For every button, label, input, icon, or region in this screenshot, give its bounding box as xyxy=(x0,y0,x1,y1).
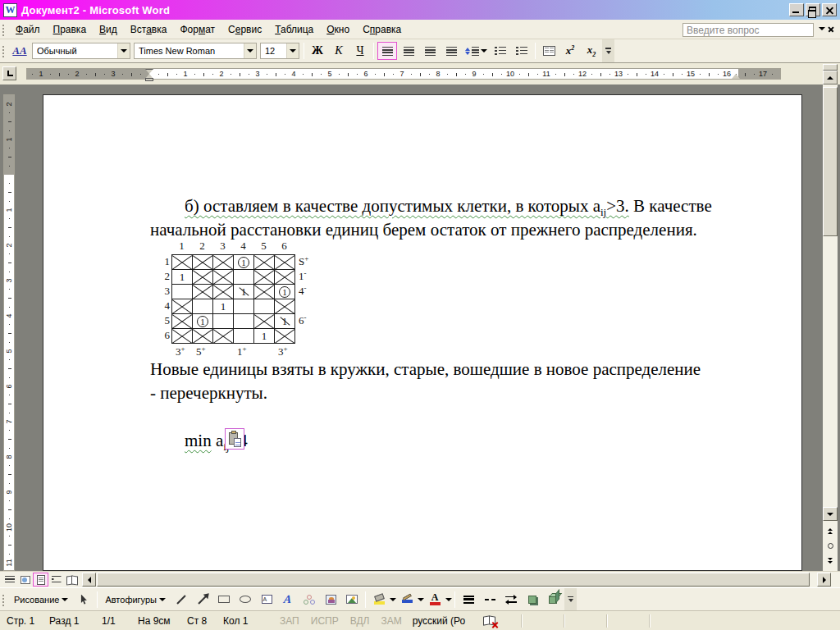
justify-button[interactable] xyxy=(441,42,461,60)
line-style-button[interactable] xyxy=(459,591,478,609)
crossed-cell-icon xyxy=(213,329,233,343)
status-mode-indicator[interactable]: ВДЛ xyxy=(345,615,376,627)
scroll-left-button[interactable] xyxy=(82,573,96,587)
reading-view-button[interactable] xyxy=(64,573,80,587)
autoshapes-menu-button[interactable]: Автофигуры xyxy=(101,591,170,609)
text-box-button[interactable]: А xyxy=(257,591,276,609)
status-mode-indicator[interactable]: ЗАМ xyxy=(375,615,407,627)
question-dropdown-icon[interactable] xyxy=(819,27,825,30)
rectangle-button[interactable] xyxy=(214,591,234,609)
scroll-right-button[interactable] xyxy=(817,573,831,587)
menu-item-window[interactable]: Окно xyxy=(320,21,356,39)
line-spacing-button[interactable] xyxy=(463,42,489,60)
question-close-icon[interactable] xyxy=(826,23,837,35)
fill-color-dropdown-icon[interactable] xyxy=(390,598,396,601)
justify-icon xyxy=(446,47,457,56)
fill-color-button[interactable] xyxy=(369,591,389,609)
previous-page-button[interactable] xyxy=(823,523,838,538)
status-language[interactable]: русский (Ро xyxy=(413,615,466,627)
3d-style-button[interactable] xyxy=(544,591,564,609)
align-left-button[interactable] xyxy=(377,42,397,60)
paste-options-button[interactable] xyxy=(225,428,244,450)
arrow-button[interactable] xyxy=(193,591,212,609)
split-handle[interactable] xyxy=(823,64,838,71)
toolbar-grip[interactable] xyxy=(2,44,6,57)
minimize-button[interactable] xyxy=(789,3,804,16)
ask-question-input[interactable]: Введите вопрос xyxy=(682,23,814,37)
align-center-button[interactable] xyxy=(399,42,418,60)
font-combo[interactable]: Times New Roman xyxy=(134,43,257,59)
grid-figure[interactable]: 12345611S+211-3114-415116-613+5+1+3+ xyxy=(161,240,310,363)
left-tab-icon xyxy=(7,71,13,76)
normal-view-button[interactable] xyxy=(2,573,17,587)
select-objects-button[interactable] xyxy=(74,591,94,609)
draw-menu-button[interactable]: Рисование xyxy=(10,591,72,609)
ruler-tick xyxy=(420,73,421,76)
scroll-down-button[interactable] xyxy=(823,507,838,521)
outline-view-button[interactable] xyxy=(48,573,64,587)
next-page-button[interactable] xyxy=(823,553,838,568)
columns-button[interactable] xyxy=(539,42,559,60)
align-right-button[interactable] xyxy=(420,42,440,60)
style-dropdown-icon[interactable] xyxy=(117,43,130,58)
shadow-style-button[interactable] xyxy=(523,591,542,609)
underline-button[interactable]: Ч xyxy=(350,42,370,60)
scroll-up-button[interactable] xyxy=(823,71,838,84)
menu-item-help[interactable]: Справка xyxy=(356,21,408,39)
status-mode-indicator[interactable]: ИСПР xyxy=(305,615,345,627)
web-layout-view-button[interactable] xyxy=(17,573,33,587)
vertical-scrollbar[interactable] xyxy=(823,71,838,571)
toolbar-options-button[interactable] xyxy=(564,588,577,610)
left-indent-marker[interactable] xyxy=(145,78,153,81)
line-spacing-dropdown-icon[interactable] xyxy=(481,49,487,52)
spelling-status-icon[interactable] xyxy=(483,615,498,627)
oval-button[interactable] xyxy=(235,591,255,609)
vertical-scrollbar-thumb[interactable] xyxy=(823,87,838,236)
word-app-icon[interactable]: W xyxy=(3,3,17,17)
italic-button[interactable]: К xyxy=(329,42,349,60)
subscript-button[interactable]: x2 xyxy=(582,42,601,60)
dash-style-button[interactable] xyxy=(480,591,500,609)
ruler-number: 1 xyxy=(4,135,14,144)
font-size-combo[interactable]: 12 xyxy=(260,43,299,59)
font-color-dropdown-icon[interactable] xyxy=(445,598,452,601)
line-color-button[interactable] xyxy=(397,591,417,609)
horizontal-scrollbar-thumb[interactable] xyxy=(97,573,810,587)
font-dropdown-icon[interactable] xyxy=(244,43,256,58)
bullet-list-button[interactable] xyxy=(512,42,532,60)
grid-cell xyxy=(253,313,275,329)
menu-item-edit[interactable]: Правка xyxy=(47,21,94,39)
tab-selector-button[interactable] xyxy=(2,66,16,80)
restore-button[interactable] xyxy=(806,3,820,16)
diagram-button[interactable] xyxy=(299,591,319,609)
document-page[interactable]: б) оставляем в качестве допустимых клетк… xyxy=(43,94,802,571)
status-mode-indicator[interactable]: ЗАП xyxy=(274,615,305,627)
clip-art-button[interactable] xyxy=(321,591,340,609)
menu-item-insert[interactable]: Вставка xyxy=(124,21,174,39)
toolbar-grip[interactable] xyxy=(2,593,6,606)
menu-item-view[interactable]: Вид xyxy=(93,21,124,39)
styles-and-formatting-button[interactable]: АА xyxy=(10,42,30,60)
numbered-list-button[interactable] xyxy=(491,42,510,60)
menu-item-file[interactable]: Файл xyxy=(9,21,47,39)
ruler-tick xyxy=(772,74,773,75)
print-layout-view-button[interactable] xyxy=(33,573,48,587)
style-combo[interactable]: Обычный xyxy=(32,43,130,59)
font-size-dropdown-icon[interactable] xyxy=(286,43,299,58)
wordart-button[interactable]: А xyxy=(278,591,298,609)
grid-column-header: 3 xyxy=(212,240,233,253)
font-color-button[interactable]: А xyxy=(425,591,445,609)
toolbar-grip[interactable] xyxy=(2,23,6,36)
line-button[interactable] xyxy=(171,591,191,609)
superscript-button[interactable]: x2 xyxy=(560,42,580,60)
menu-item-format[interactable]: Формат xyxy=(173,21,221,39)
toolbar-options-button[interactable] xyxy=(602,39,614,62)
select-browse-object-button[interactable] xyxy=(823,538,838,553)
menu-item-tools[interactable]: Сервис xyxy=(221,21,268,39)
bold-button[interactable]: Ж xyxy=(308,42,327,60)
arrow-style-button[interactable] xyxy=(501,591,521,609)
line-color-dropdown-icon[interactable] xyxy=(418,598,424,601)
close-button[interactable] xyxy=(822,3,837,16)
menu-item-table[interactable]: Таблица xyxy=(268,21,320,39)
insert-picture-button[interactable] xyxy=(342,591,362,609)
